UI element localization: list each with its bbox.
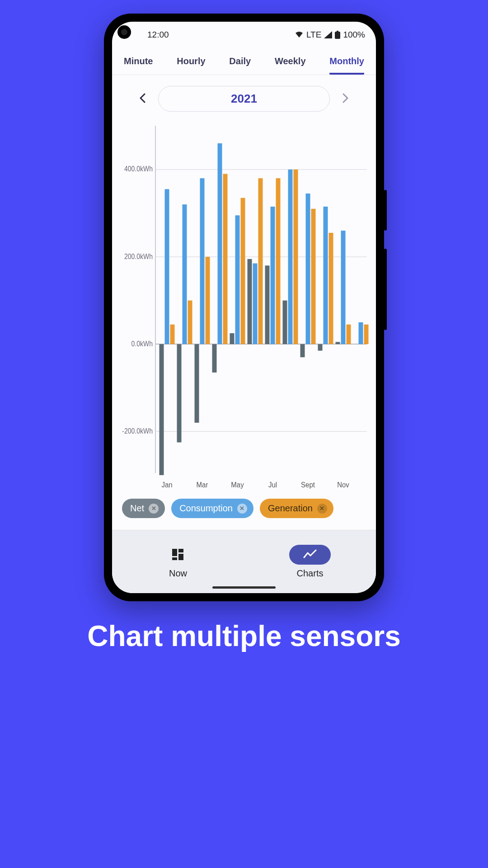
svg-rect-39	[318, 344, 323, 350]
svg-rect-28	[253, 264, 258, 344]
status-network: LTE	[306, 30, 321, 40]
svg-rect-24	[230, 333, 235, 344]
status-battery: 100%	[343, 30, 365, 40]
svg-rect-27	[248, 259, 252, 344]
series-chips: Net✕Consumption✕Generation✕	[112, 492, 376, 530]
home-indicator[interactable]	[212, 586, 276, 589]
svg-rect-18	[195, 344, 199, 423]
chart-area: -200.0kWh0.0kWh200.0kWh400.0kWhJanMarMay…	[112, 116, 376, 492]
svg-rect-45	[359, 322, 363, 344]
svg-rect-25	[235, 215, 240, 344]
svg-rect-56	[172, 557, 177, 560]
nav-charts-label: Charts	[297, 568, 324, 579]
bottom-nav: Now Charts	[112, 530, 376, 593]
svg-rect-30	[265, 265, 270, 344]
year-label: 2021	[231, 92, 257, 105]
close-icon[interactable]: ✕	[317, 504, 327, 514]
svg-rect-41	[329, 233, 333, 344]
chip-label: Net	[130, 503, 144, 514]
svg-text:200.0kWh: 200.0kWh	[124, 252, 153, 260]
close-icon[interactable]: ✕	[149, 504, 159, 514]
chart-line-icon	[289, 545, 331, 565]
next-year-button[interactable]	[340, 90, 352, 108]
marketing-caption: Chart multiple sensors	[87, 619, 401, 653]
wifi-icon	[295, 31, 304, 38]
svg-rect-22	[218, 143, 222, 344]
chevron-left-icon	[139, 93, 145, 103]
screen: 12:00 LTE 100% MinuteHourlyDailyWeeklyMo…	[112, 22, 376, 593]
nav-now[interactable]: Now	[112, 530, 244, 593]
tab-weekly[interactable]: Weekly	[275, 56, 306, 75]
svg-text:Nov: Nov	[337, 480, 349, 489]
svg-rect-20	[206, 257, 210, 344]
svg-rect-37	[306, 193, 310, 344]
nav-now-label: Now	[169, 568, 187, 579]
svg-text:Mar: Mar	[197, 480, 208, 489]
status-time: 12:00	[147, 30, 169, 40]
status-bar: 12:00 LTE 100%	[112, 22, 376, 48]
chip-net[interactable]: Net✕	[122, 499, 165, 518]
svg-rect-14	[170, 325, 175, 344]
year-selector[interactable]: 2021	[158, 86, 330, 112]
chip-label: Consumption	[179, 503, 233, 514]
svg-rect-15	[177, 344, 182, 442]
svg-rect-46	[364, 325, 369, 344]
year-nav: 2021	[112, 75, 376, 116]
chevron-right-icon	[343, 93, 349, 103]
svg-rect-40	[324, 207, 328, 344]
svg-text:-200.0kWh: -200.0kWh	[122, 427, 153, 435]
svg-rect-31	[271, 207, 275, 344]
svg-rect-42	[336, 342, 340, 344]
status-right: LTE 100%	[295, 30, 365, 40]
svg-rect-26	[241, 198, 245, 344]
svg-rect-38	[311, 209, 316, 344]
svg-rect-32	[276, 178, 281, 344]
battery-icon	[335, 31, 340, 39]
svg-rect-1	[335, 32, 340, 39]
svg-text:400.0kWh: 400.0kWh	[124, 165, 153, 173]
svg-rect-43	[341, 231, 346, 344]
chip-gen[interactable]: Generation✕	[260, 499, 333, 518]
svg-rect-54	[178, 549, 183, 552]
svg-rect-19	[200, 178, 205, 344]
svg-text:Jul: Jul	[268, 480, 277, 489]
svg-rect-17	[188, 301, 192, 344]
chip-label: Generation	[268, 503, 313, 514]
svg-rect-13	[165, 189, 169, 344]
tab-monthly[interactable]: Monthly	[329, 56, 364, 75]
tab-daily[interactable]: Daily	[229, 56, 251, 75]
svg-text:0.0kWh: 0.0kWh	[131, 340, 153, 348]
signal-icon	[324, 31, 332, 38]
close-icon[interactable]: ✕	[237, 504, 247, 514]
svg-rect-55	[178, 554, 183, 560]
svg-rect-12	[160, 344, 164, 475]
nav-charts[interactable]: Charts	[244, 530, 376, 593]
svg-text:Jan: Jan	[161, 480, 172, 489]
svg-rect-0	[337, 31, 338, 32]
front-camera	[117, 25, 131, 39]
energy-chart[interactable]: -200.0kWh0.0kWh200.0kWh400.0kWhJanMarMay…	[117, 121, 371, 491]
svg-text:Sept: Sept	[301, 480, 315, 489]
grid-icon	[165, 545, 191, 565]
svg-rect-53	[172, 549, 177, 556]
chip-cons[interactable]: Consumption✕	[171, 499, 253, 518]
svg-rect-33	[283, 301, 287, 344]
svg-rect-16	[183, 204, 187, 344]
prev-year-button[interactable]	[136, 90, 148, 108]
svg-rect-36	[300, 344, 305, 357]
svg-text:May: May	[231, 480, 244, 489]
tab-hourly[interactable]: Hourly	[177, 56, 205, 75]
svg-rect-35	[294, 170, 298, 344]
svg-rect-44	[347, 325, 351, 344]
phone-frame: 12:00 LTE 100% MinuteHourlyDailyWeeklyMo…	[104, 14, 384, 601]
range-tabs: MinuteHourlyDailyWeeklyMonthly	[112, 48, 376, 75]
svg-rect-21	[212, 344, 217, 373]
svg-rect-23	[223, 174, 228, 344]
tab-minute[interactable]: Minute	[124, 56, 153, 75]
svg-rect-34	[288, 170, 293, 344]
svg-rect-29	[258, 178, 263, 344]
